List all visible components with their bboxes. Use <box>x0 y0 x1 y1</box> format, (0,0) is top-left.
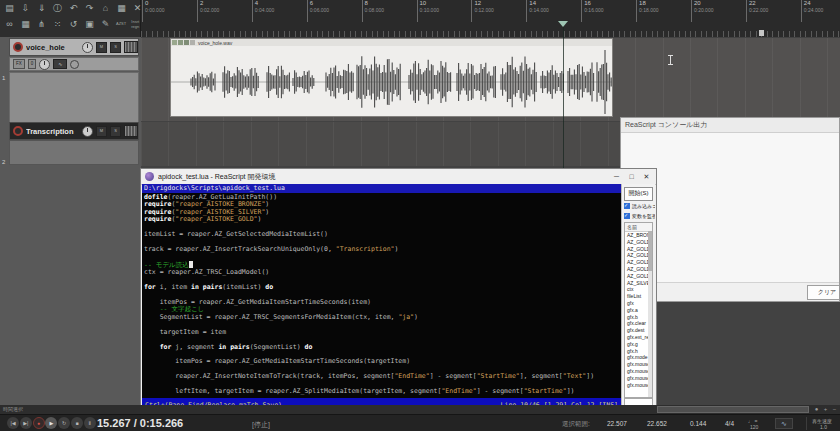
console-title: ReaScript コンソール出力 <box>621 118 839 133</box>
code-editor[interactable]: D:\rigdocks\Scripts\apidock_test.lua dof… <box>142 184 621 412</box>
redo-icon[interactable]: ↷ <box>84 3 95 14</box>
variable-watch-list[interactable]: 名前 AZ_BRONZEAZ_GOLDAZ_GOLD_AAZ_GOLD_AAZ_… <box>624 222 653 398</box>
solo-button[interactable]: S <box>110 42 121 53</box>
checkbox-checked-icon[interactable] <box>624 203 630 209</box>
transport-time-display[interactable]: 15.267 / 0:15.266 <box>97 417 183 429</box>
stop-button[interactable]: ■ <box>71 417 83 429</box>
ruler-mark: 180:18.000 <box>636 0 658 22</box>
ruler-mark: 220:22.000 <box>746 0 768 22</box>
ide-window-title: apidock_test.lua - ReaScript 開発環境 <box>158 172 607 182</box>
time-signature[interactable]: 4/4 <box>725 420 734 427</box>
track-header-voice-hole[interactable]: voice_hole M S <box>9 38 139 56</box>
zoom-in-icon[interactable]: + <box>822 406 829 413</box>
fx-button[interactable]: FX <box>13 59 25 69</box>
zoom-out-icon[interactable]: − <box>831 406 838 413</box>
mute-button[interactable]: M <box>96 42 107 53</box>
mouse-ibeam-cursor <box>670 55 671 65</box>
zoom-reset-icon[interactable]: ● <box>813 406 820 413</box>
selection-start[interactable]: 22.507 <box>607 420 627 427</box>
code-lines[interactable]: dofile(reaper.AZ_GetLuaInitPath())requir… <box>142 194 621 398</box>
item-lock-icon[interactable] <box>172 40 177 45</box>
item-notes-icon[interactable] <box>190 40 195 45</box>
item-properties-icon[interactable] <box>178 40 183 45</box>
save-project-icon[interactable]: ⇓ <box>36 3 47 14</box>
code-line[interactable] <box>142 254 621 261</box>
track-name[interactable]: Transcription <box>26 127 79 136</box>
input-button[interactable] <box>70 60 79 69</box>
code-line[interactable]: leftItem, targetItem = reaper.AZ_SplitMe… <box>142 388 621 395</box>
edit-cursor-marker-icon[interactable] <box>558 21 568 27</box>
mute-button[interactable]: M <box>96 126 107 137</box>
minimize-icon[interactable]: ─ <box>611 172 622 182</box>
play-button[interactable]: ▶ <box>45 417 57 429</box>
script-path-header[interactable]: D:\rigdocks\Scripts\apidock_test.lua <box>142 184 621 193</box>
undo-icon[interactable]: ↶ <box>68 3 79 14</box>
code-line[interactable]: targetItem = item <box>142 329 621 336</box>
playrate-value[interactable]: 1.0 <box>820 424 827 430</box>
routing-matrix-icon[interactable]: ▦ <box>20 19 31 30</box>
record-arm-icon[interactable] <box>13 42 23 52</box>
start-button[interactable]: 開始(S) <box>624 187 653 201</box>
selection-length[interactable]: 0.144 <box>690 420 706 427</box>
record-button[interactable]: ● <box>33 417 45 429</box>
code-line[interactable]: for j, segment in pairs(SegmentList) do <box>142 344 621 351</box>
horizontal-scrollbar[interactable] <box>657 406 809 413</box>
record-monitor-button[interactable]: ∿ <box>53 59 67 69</box>
item-fx-icon[interactable] <box>184 40 189 45</box>
ripple-edit-icon[interactable]: ⋔ <box>36 19 47 30</box>
ruler-mark: 40:04.000 <box>252 0 274 22</box>
code-line[interactable]: for i, item in pairs(itemList) do <box>142 284 621 291</box>
pan-knob[interactable] <box>82 42 93 53</box>
record-arm-icon[interactable] <box>13 126 23 136</box>
code-line[interactable]: itemPos = reaper.AZ_GetMediaItemStartTim… <box>142 358 621 365</box>
new-project-icon[interactable]: ▤ <box>4 3 15 14</box>
track-number: 1 <box>2 75 5 81</box>
checkbox-checked-icon[interactable] <box>624 213 630 219</box>
routing-button[interactable] <box>124 41 138 53</box>
open-project-icon[interactable]: ⇩ <box>20 3 31 14</box>
selection-end[interactable]: 22.652 <box>647 420 667 427</box>
watch-option-2[interactable]: 変数を監視(W) <box>624 212 655 220</box>
time-selection-marker[interactable] <box>759 30 764 36</box>
bpm-value[interactable]: 120 <box>750 424 758 430</box>
mixer-icon[interactable]: ⌂ <box>100 3 111 14</box>
code-line[interactable]: ctx = reaper.AZ_TRSC_LoadModel() <box>142 269 621 276</box>
track-name[interactable]: voice_hole <box>26 43 79 52</box>
code-line[interactable]: itemList = reaper.AZ_GetSelectedMediaIte… <box>142 231 621 238</box>
watch-option-1[interactable]: 読み込みコード - F8 <box>624 202 655 210</box>
maximize-icon[interactable]: □ <box>626 172 637 182</box>
custom-action-insert-region-button[interactable]: Insrt regn <box>131 20 139 29</box>
watch-scrollbar[interactable] <box>648 231 652 397</box>
code-line[interactable]: require("reaper_AISTOKE_GOLD") <box>142 216 621 223</box>
ide-title-bar[interactable]: apidock_test.lua - ReaScript 開発環境 ─ □ ✕ <box>141 169 656 185</box>
track2-body[interactable] <box>9 140 139 165</box>
audio-waveform <box>171 47 612 117</box>
snap-grid-icon[interactable]: ⁙ <box>52 19 63 30</box>
code-line[interactable]: SegmentList = reaper.AZ_TRSC_SegmentsFor… <box>142 314 621 321</box>
draw-pen-icon[interactable]: ✎ <box>100 19 111 30</box>
close-icon[interactable]: ✕ <box>641 172 652 182</box>
track-header-transcription[interactable]: Transcription M S <box>9 122 139 140</box>
code-line[interactable]: track = reaper.AZ_InsertTrackSearchUniqu… <box>142 246 621 253</box>
code-line[interactable]: itemPos = reaper.AZ_GetMediaItemStartTim… <box>142 299 621 306</box>
group-link-icon[interactable]: ∞ <box>4 19 15 30</box>
lock-icon[interactable]: ▣ <box>84 19 95 30</box>
media-item-header: voice_hole.wav <box>171 39 612 46</box>
ruler-mark: 00:00.000 <box>142 0 164 22</box>
go-to-start-button[interactable]: |◀ <box>7 417 19 429</box>
solo-button[interactable]: S <box>110 126 121 137</box>
project-settings-icon[interactable]: ⓘ <box>52 3 63 14</box>
pan-knob[interactable] <box>82 126 93 137</box>
code-line[interactable]: reaper.AZ_InsertNoteItemToTrack(track, i… <box>142 373 621 380</box>
grid-icon[interactable]: ▦ <box>116 3 127 14</box>
clear-button[interactable]: クリア <box>807 285 840 300</box>
routing-button[interactable] <box>124 125 138 137</box>
volume-knob[interactable] <box>39 59 50 70</box>
go-to-end-button[interactable]: ▶| <box>20 417 32 429</box>
pause-button[interactable]: Ⅱ <box>84 417 96 429</box>
repeat-button[interactable]: ↻ <box>58 417 70 429</box>
playrate-envelope-icon[interactable]: ∿ <box>775 418 793 429</box>
custom-action-azst-button[interactable]: AZST <box>116 22 126 27</box>
media-item-voice-hole[interactable]: voice_hole.wav <box>170 38 613 117</box>
loop-icon[interactable]: ↺ <box>68 19 79 30</box>
